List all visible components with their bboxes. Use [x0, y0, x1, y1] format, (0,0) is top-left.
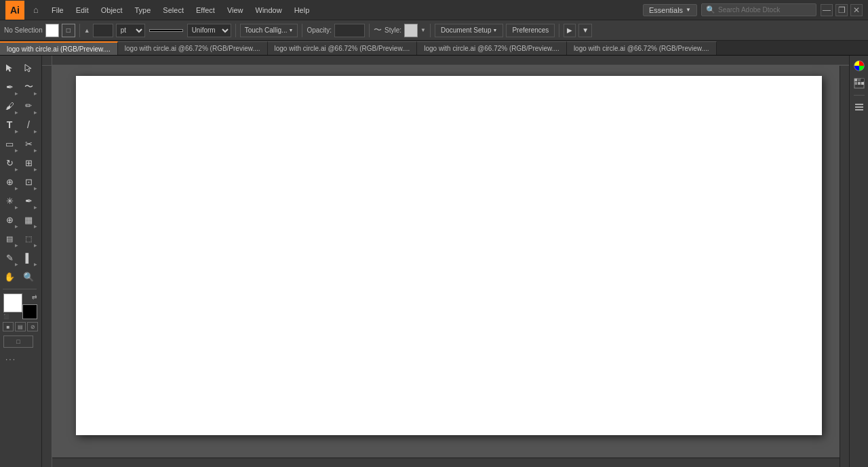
type-tool[interactable]: T ▶ [0, 115, 19, 134]
gradient-tool[interactable]: ▤ ▶ [0, 229, 19, 248]
symbol-sub-arrow: ▶ [15, 205, 18, 209]
pen-tool[interactable]: ✒ ▶ [0, 77, 19, 96]
selection-tool[interactable] [0, 58, 19, 77]
menu-edit[interactable]: Edit [71, 4, 94, 16]
warp-tool[interactable]: ⊕ ▶ [0, 172, 19, 191]
menu-help[interactable]: Help [289, 4, 315, 16]
home-icon: ⌂ [33, 5, 39, 15]
layers-panel-icon[interactable] [852, 100, 867, 115]
stroke-unit-select[interactable]: pt px mm [116, 24, 145, 37]
right-panels [849, 56, 868, 467]
stroke-color-box[interactable] [22, 304, 37, 319]
document-setup-button[interactable]: Document Setup ▼ [435, 24, 503, 37]
svg-rect-5 [861, 79, 864, 81]
blob-sub-arrow: ▶ [34, 110, 37, 115]
arrange-button[interactable]: ▶ [564, 24, 576, 37]
live-paint-tool[interactable]: ⬚ ▶ [19, 229, 38, 248]
fill-color-swatch[interactable] [45, 24, 59, 37]
restore-button[interactable]: ❐ [835, 4, 848, 16]
doc-tab-2[interactable]: logo with circle.ai @66.72% (RGB/Preview… [268, 41, 418, 55]
style-dropdown-icon[interactable]: ▼ [420, 27, 426, 33]
zoom-canvas-tool[interactable]: ⊕ ▶ [0, 210, 19, 229]
opacity-label: Opacity: [307, 26, 332, 34]
svg-rect-8 [861, 82, 864, 85]
screen-mode-button[interactable]: □ [3, 336, 33, 348]
svg-rect-7 [858, 82, 861, 85]
menu-effect[interactable]: Effect [191, 4, 220, 16]
close-button[interactable]: ✕ [850, 4, 863, 16]
line-tool[interactable]: / ▶ [19, 115, 38, 134]
eraser-tool[interactable]: ✂ ▶ [19, 134, 38, 153]
menu-window[interactable]: Window [250, 4, 288, 16]
symbol-tool[interactable]: ✳ ▶ [0, 191, 19, 210]
divider-4 [369, 24, 370, 37]
stroke-arrow-up[interactable]: ▲ [84, 27, 90, 34]
swap-colors-icon[interactable]: ⇄ [32, 293, 37, 300]
reset-colors-icon[interactable]: ⬛ [3, 314, 9, 319]
style-label: Style: [384, 26, 401, 34]
essentials-button[interactable]: Essentials ▼ [643, 4, 697, 16]
paintbrush-tool[interactable]: 🖌 ▶ [0, 96, 19, 115]
scrollbar-horizontal[interactable] [52, 458, 840, 467]
stroke-type-select[interactable]: Uniform Width Profile 1 [187, 24, 231, 37]
search-input[interactable] [718, 6, 806, 14]
style-color-swatch[interactable] [404, 24, 418, 37]
stroke-value-input[interactable]: 1 [93, 24, 113, 37]
warp-sub-arrow: ▶ [15, 186, 18, 190]
bar-chart-tool[interactable]: ▌ ▶ [19, 248, 38, 267]
none-mode-btn[interactable]: ⊘ [27, 322, 38, 331]
tool-row-selection [0, 58, 41, 77]
touch-callig-dropdown-icon: ▼ [288, 28, 293, 33]
direct-selection-tool[interactable] [19, 58, 38, 77]
chart-tool[interactable]: ▦ ▶ [19, 210, 38, 229]
type-sub-arrow: ▶ [15, 129, 18, 134]
eraser-sub-arrow: ▶ [34, 148, 37, 153]
fill-color-box[interactable] [3, 293, 22, 312]
swatches-panel-icon[interactable] [852, 76, 867, 91]
shape-builder-tool[interactable]: ⊞ ▶ [19, 153, 38, 172]
gradient-mode-btn[interactable]: ▤ [15, 322, 26, 331]
menu-object[interactable]: Object [96, 4, 128, 16]
arrange-dropdown-button[interactable]: ▼ [578, 24, 592, 37]
home-button[interactable]: ⌂ [28, 3, 43, 18]
rect-tool[interactable]: ▭ ▶ [0, 134, 19, 153]
essentials-label: Essentials [649, 6, 683, 14]
free-transform-tool[interactable]: ⊡ ▶ [19, 172, 38, 191]
hand-tool[interactable]: ✋ [0, 267, 19, 286]
divider-2 [235, 24, 236, 37]
pencil-tool[interactable]: ✎ ▶ [0, 248, 19, 267]
svg-rect-9 [855, 104, 863, 105]
curvature-tool[interactable]: 〜 ▶ [19, 77, 38, 96]
menu-file[interactable]: File [46, 4, 69, 16]
zoom-tool[interactable]: 🔍 [19, 267, 38, 286]
stroke-icon[interactable]: □ [62, 24, 75, 37]
chart-sub-arrow: ▶ [34, 224, 37, 228]
menu-type[interactable]: Type [130, 4, 157, 16]
doc-tab-0[interactable]: logo with circle.ai (RGB/Preview.... [0, 41, 118, 55]
divider-6 [559, 24, 559, 37]
color-area: ⇄ ⬛ ■ ▤ ⊘ [0, 292, 41, 334]
minimize-button[interactable]: — [821, 4, 833, 16]
eyedropper-tool[interactable]: ✒ ▶ [19, 191, 38, 210]
blob-brush-tool[interactable]: ✏ ▶ [19, 96, 38, 115]
ruler-corner [42, 56, 52, 66]
touch-calligraphy-button[interactable]: Touch Callig... ▼ [240, 24, 298, 37]
rotate-tool[interactable]: ↻ ▶ [0, 153, 19, 172]
more-tools-button[interactable]: ··· [0, 354, 16, 364]
menu-select[interactable]: Select [157, 4, 189, 16]
color-mode-btn[interactable]: ■ [3, 322, 14, 331]
preferences-button[interactable]: Preferences [506, 24, 555, 37]
color-panel-icon[interactable] [852, 58, 867, 73]
search-icon: 🔍 [706, 5, 715, 14]
live-sub-arrow: ▶ [34, 243, 37, 247]
canvas-document [76, 76, 822, 435]
opacity-input[interactable]: 100% [334, 24, 365, 37]
canvas-area[interactable] [42, 56, 849, 467]
scrollbar-vertical[interactable] [840, 66, 849, 467]
doc-tab-3[interactable]: logo with circle.ai @66.72% (RGB/Preview… [417, 41, 567, 55]
pencil-sub-arrow: ▶ [15, 262, 18, 266]
doc-tab-1[interactable]: logo with circle.ai @66.72% (RGB/Preview… [118, 41, 268, 55]
panel-divider-1 [854, 95, 865, 96]
doc-tab-4[interactable]: logo with circle.ai @66.72% (RGB/Preview… [567, 41, 717, 55]
menu-view[interactable]: View [222, 4, 249, 16]
